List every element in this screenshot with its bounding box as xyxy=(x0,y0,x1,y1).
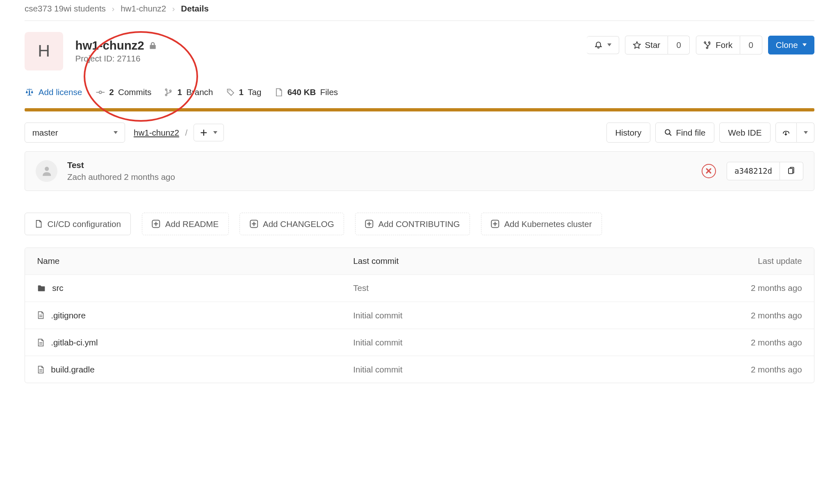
add-file-dropdown[interactable] xyxy=(194,124,224,141)
breadcrumb-project[interactable]: hw1-chunz2 xyxy=(121,4,166,14)
copy-sha-button[interactable] xyxy=(780,162,803,181)
plus-circle-icon xyxy=(152,220,160,228)
branches-label: Branch xyxy=(186,87,213,97)
file-name: .gitlab-ci.yml xyxy=(51,338,98,347)
bell-icon xyxy=(594,41,603,50)
plus-circle-icon xyxy=(365,220,374,228)
file-last-commit[interactable]: Test xyxy=(353,283,669,293)
commit-sha[interactable]: a348212d xyxy=(727,162,780,181)
last-commit-panel: Test Zach authored 2 months ago a348212d xyxy=(25,151,814,191)
add-readme-label: Add README xyxy=(165,219,219,229)
file-updated: 2 months ago xyxy=(669,311,802,320)
cicd-config-button[interactable]: CI/CD configuration xyxy=(25,213,131,235)
commit-icon xyxy=(96,88,105,97)
tags-link[interactable]: 1 Tag xyxy=(226,87,262,97)
file-icon xyxy=(275,88,283,97)
add-license-link[interactable]: Add license xyxy=(25,87,82,97)
download-dropdown[interactable] xyxy=(797,123,814,143)
divider xyxy=(25,20,814,21)
commits-link[interactable]: 2 Commits xyxy=(96,87,152,97)
folder-icon xyxy=(37,284,46,292)
chevron-down-icon xyxy=(804,131,808,134)
files-label: Files xyxy=(320,87,338,97)
path-separator: / xyxy=(185,128,188,138)
table-row[interactable]: build.gradleInitial commit2 months ago xyxy=(25,356,814,383)
tags-label: Tag xyxy=(248,87,261,97)
file-name: .gitignore xyxy=(51,311,86,320)
file-icon xyxy=(37,338,45,347)
repo-path-link[interactable]: hw1-chunz2 xyxy=(134,128,179,138)
col-commit: Last commit xyxy=(353,256,669,266)
svg-point-3 xyxy=(228,90,230,91)
chevron-down-icon xyxy=(607,43,611,46)
notifications-dropdown[interactable] xyxy=(587,36,619,54)
plus-circle-icon xyxy=(491,220,499,228)
commits-label: Commits xyxy=(118,87,151,97)
language-bar[interactable] xyxy=(25,108,814,112)
commit-title[interactable]: Test xyxy=(67,160,175,170)
file-icon xyxy=(37,311,45,320)
breadcrumb-separator-icon: › xyxy=(112,4,115,14)
branches-link[interactable]: 1 Branch xyxy=(165,87,213,97)
clone-label: Clone xyxy=(776,40,798,50)
table-row[interactable]: srcTest2 months ago xyxy=(25,275,814,302)
scale-icon xyxy=(25,88,34,97)
add-changelog-button[interactable]: Add CHANGELOG xyxy=(239,213,344,235)
file-icon xyxy=(35,220,43,228)
plus-icon xyxy=(200,129,207,136)
files-size-link[interactable]: 640 KB Files xyxy=(275,87,338,97)
fork-count[interactable]: 0 xyxy=(740,36,762,55)
project-title: hw1-chunz2 xyxy=(75,39,144,52)
star-label: Star xyxy=(645,40,660,50)
fork-button[interactable]: Fork xyxy=(696,36,740,55)
svg-rect-7 xyxy=(789,168,793,174)
download-icon xyxy=(782,128,790,137)
file-last-commit[interactable]: Initial commit xyxy=(353,365,669,375)
svg-point-4 xyxy=(665,130,670,135)
breadcrumb-separator-icon: › xyxy=(172,4,175,14)
chevron-down-icon xyxy=(114,131,118,134)
tag-icon xyxy=(226,88,235,97)
svg-point-0 xyxy=(99,91,101,93)
fork-label: Fork xyxy=(716,40,732,50)
download-button[interactable] xyxy=(775,123,797,143)
file-last-commit[interactable]: Initial commit xyxy=(353,338,669,347)
copy-icon xyxy=(787,167,796,175)
add-readme-button[interactable]: Add README xyxy=(142,213,229,235)
file-name: src xyxy=(52,283,63,293)
chevron-down-icon xyxy=(213,131,217,134)
add-contributing-label: Add CONTRIBUTING xyxy=(378,219,460,229)
table-header: Name Last commit Last update xyxy=(25,248,814,275)
add-k8s-label: Add Kubernetes cluster xyxy=(504,219,592,229)
table-row[interactable]: .gitlab-ci.ymlInitial commit2 months ago xyxy=(25,329,814,356)
col-name: Name xyxy=(37,256,353,266)
add-license-label: Add license xyxy=(39,87,82,97)
author-avatar[interactable] xyxy=(36,160,57,182)
svg-line-5 xyxy=(670,134,672,136)
col-update: Last update xyxy=(669,256,802,266)
cicd-label: CI/CD configuration xyxy=(47,219,121,229)
add-contributing-button[interactable]: Add CONTRIBUTING xyxy=(355,213,470,235)
table-row[interactable]: .gitignoreInitial commit2 months ago xyxy=(25,302,814,329)
star-count[interactable]: 0 xyxy=(668,36,690,55)
add-k8s-button[interactable]: Add Kubernetes cluster xyxy=(481,213,602,235)
star-button[interactable]: Star xyxy=(625,36,668,55)
breadcrumb-group[interactable]: cse373 19wi students xyxy=(25,4,106,14)
commits-count: 2 xyxy=(109,87,114,97)
tags-count: 1 xyxy=(239,87,244,97)
plus-circle-icon xyxy=(250,220,258,228)
search-icon xyxy=(664,128,673,137)
history-button[interactable]: History xyxy=(606,123,650,143)
svg-point-6 xyxy=(45,167,49,171)
breadcrumb: cse373 19wi students › hw1-chunz2 › Deta… xyxy=(25,1,814,21)
file-updated: 2 months ago xyxy=(669,283,802,293)
find-file-button[interactable]: Find file xyxy=(655,123,715,143)
clone-button[interactable]: Clone xyxy=(768,36,814,55)
chevron-down-icon xyxy=(803,43,807,46)
branch-selector[interactable]: master xyxy=(25,123,125,143)
web-ide-button[interactable]: Web IDE xyxy=(719,123,771,143)
file-last-commit[interactable]: Initial commit xyxy=(353,311,669,320)
pipeline-status-failed-icon[interactable] xyxy=(702,164,716,178)
file-name: build.gradle xyxy=(51,365,94,375)
files-size: 640 KB xyxy=(287,87,316,97)
